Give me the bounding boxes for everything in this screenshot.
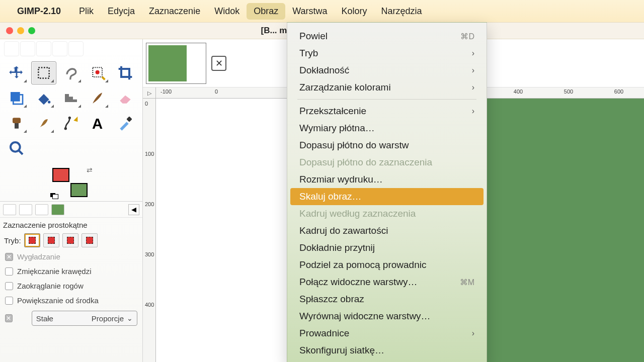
mode-add[interactable] xyxy=(43,233,59,247)
menu-item[interactable]: Zarządzanie kolorami› xyxy=(290,79,484,96)
menu-item-label: Spłaszcz obraz xyxy=(299,294,364,305)
feather-row[interactable]: Zmiękczanie krawędzi xyxy=(0,264,142,279)
menu-item[interactable]: Powiel⌘D xyxy=(290,28,484,45)
tool-move[interactable] xyxy=(4,61,29,84)
options-tab[interactable] xyxy=(35,204,48,215)
menu-item[interactable]: Wymiary płótna… xyxy=(290,120,484,137)
ruler-tick: 200 xyxy=(145,201,154,207)
menu-item[interactable]: Dokładność› xyxy=(290,62,484,79)
menu-item-label: Dokładnie przytnij xyxy=(299,242,375,253)
options-tab[interactable] xyxy=(19,204,32,215)
menu-warstwa[interactable]: Warstwa xyxy=(285,3,334,20)
ruler-tick: 400 xyxy=(514,88,523,95)
tool-gradient[interactable] xyxy=(58,86,84,110)
antialias-label: Wygładzanie xyxy=(17,252,60,261)
image-thumbnail[interactable] xyxy=(146,43,206,84)
fixed-row[interactable]: ✕ Stałe Proporcje ⌄ xyxy=(0,308,142,329)
menu-item[interactable]: Kadruj do zawartości xyxy=(290,222,484,239)
close-image-icon[interactable]: ✕ xyxy=(211,56,226,71)
tab-icon[interactable] xyxy=(36,41,51,56)
background-color[interactable] xyxy=(70,183,88,197)
svg-point-12 xyxy=(11,142,20,152)
expand-checkbox[interactable] xyxy=(5,297,13,305)
traffic-lights xyxy=(6,27,35,34)
tool-zoom[interactable] xyxy=(4,137,29,160)
menu-edycja[interactable]: Edycja xyxy=(101,3,142,20)
tool-free-select[interactable] xyxy=(58,61,84,84)
tool-rect-select[interactable] xyxy=(31,61,56,84)
tab-icon[interactable] xyxy=(52,41,67,56)
swap-colors-icon[interactable]: ⇄ xyxy=(87,166,93,174)
mode-intersect[interactable] xyxy=(82,233,98,247)
tool-crop[interactable] xyxy=(113,61,138,84)
tab-icon[interactable] xyxy=(20,41,35,56)
menu-item[interactable]: Prowadnice› xyxy=(290,325,484,342)
menu-item[interactable]: Skonfiguruj siatkę… xyxy=(290,342,484,359)
options-tab[interactable] xyxy=(3,204,16,215)
menu-plik[interactable]: Plik xyxy=(72,3,101,20)
menu-item[interactable]: Połącz widoczne warstwy…⌘M xyxy=(290,274,484,291)
menu-item[interactable]: Tryb› xyxy=(290,45,484,62)
svg-rect-11 xyxy=(126,116,132,122)
mode-label: Tryb: xyxy=(4,236,21,245)
options-tab[interactable] xyxy=(51,204,64,215)
menu-item[interactable]: Dopasuj płótno do warstw xyxy=(290,137,484,154)
menu-item[interactable]: Rozmiar wydruku… xyxy=(290,171,484,188)
menu-widok[interactable]: Widok xyxy=(207,3,247,20)
menu-item[interactable]: Wyrównaj widoczne warstwy… xyxy=(290,308,484,325)
fixed-checkbox[interactable]: ✕ xyxy=(5,314,13,322)
reset-colors-icon[interactable] xyxy=(50,193,58,199)
tool-paintbrush[interactable] xyxy=(86,86,111,110)
menu-item[interactable]: Skaluj obraz… xyxy=(290,188,484,205)
menu-item-label: Skonfiguruj siatkę… xyxy=(299,345,384,356)
menu-item[interactable]: Spłaszcz obraz xyxy=(290,291,484,308)
feather-label: Zmiękczanie krawędzi xyxy=(17,267,92,276)
mode-replace[interactable] xyxy=(24,233,40,247)
menu-obraz[interactable]: Obraz xyxy=(247,3,285,20)
minimize-icon[interactable] xyxy=(17,27,24,34)
ruler-tick: -100 xyxy=(160,88,172,95)
menu-item[interactable]: Dokładnie przytnij xyxy=(290,239,484,256)
tool-eraser[interactable] xyxy=(113,86,138,110)
panel-menu-icon[interactable]: ◀ xyxy=(128,204,139,215)
tool-clone[interactable] xyxy=(4,112,29,135)
tool-text[interactable]: A xyxy=(86,112,111,135)
menu-item-label: Zarządzanie kolorami xyxy=(299,82,391,93)
tool-path[interactable] xyxy=(58,112,84,135)
image-content xyxy=(483,99,644,362)
chevron-right-icon: › xyxy=(472,107,474,116)
tab-icon[interactable] xyxy=(4,41,19,56)
menu-zaznaczenie[interactable]: Zaznaczenie xyxy=(142,3,207,20)
rounded-row[interactable]: Zaokrąglanie rogów xyxy=(0,279,142,293)
ruler-tick: 500 xyxy=(564,88,573,95)
menu-item-label: Połącz widoczne warstwy… xyxy=(299,277,417,288)
tool-fuzzy-select[interactable] xyxy=(86,61,111,84)
fixed-combo[interactable]: Stałe Proporcje ⌄ xyxy=(32,311,137,326)
macos-menubar: GIMP-2.10 Plik Edycja Zaznaczenie Widok … xyxy=(0,0,644,22)
zoom-icon[interactable] xyxy=(28,27,35,34)
menu-item-label: Powiel xyxy=(299,31,328,42)
tool-transform[interactable] xyxy=(4,86,29,110)
chevron-down-icon: ⌄ xyxy=(127,314,133,322)
tool-color-picker[interactable] xyxy=(113,112,138,135)
chevron-right-icon: › xyxy=(472,66,474,75)
ruler-tick: 0 xyxy=(145,101,148,107)
svg-point-5 xyxy=(48,101,50,103)
feather-checkbox[interactable] xyxy=(5,267,13,276)
menu-narzedzia[interactable]: Narzędzia xyxy=(374,3,429,20)
app-name[interactable]: GIMP-2.10 xyxy=(17,6,61,17)
tool-smudge[interactable] xyxy=(31,112,56,135)
close-icon[interactable] xyxy=(6,27,13,34)
menu-kolory[interactable]: Kolory xyxy=(335,3,374,20)
tool-bucket-fill[interactable] xyxy=(31,86,56,110)
expand-row[interactable]: Powiększanie od środka xyxy=(0,293,142,308)
svg-rect-3 xyxy=(11,92,20,102)
color-swatches[interactable]: ⇄ xyxy=(52,168,88,197)
menu-item[interactable]: Przekształcenie› xyxy=(290,103,484,120)
menu-item[interactable]: Podziel za pomocą prowadnic xyxy=(290,256,484,274)
ruler-origin-icon[interactable]: ▷ xyxy=(143,87,156,99)
tab-icon[interactable] xyxy=(68,41,84,56)
mode-subtract[interactable] xyxy=(62,233,78,247)
rounded-checkbox[interactable] xyxy=(5,282,13,290)
foreground-color[interactable] xyxy=(52,168,69,182)
